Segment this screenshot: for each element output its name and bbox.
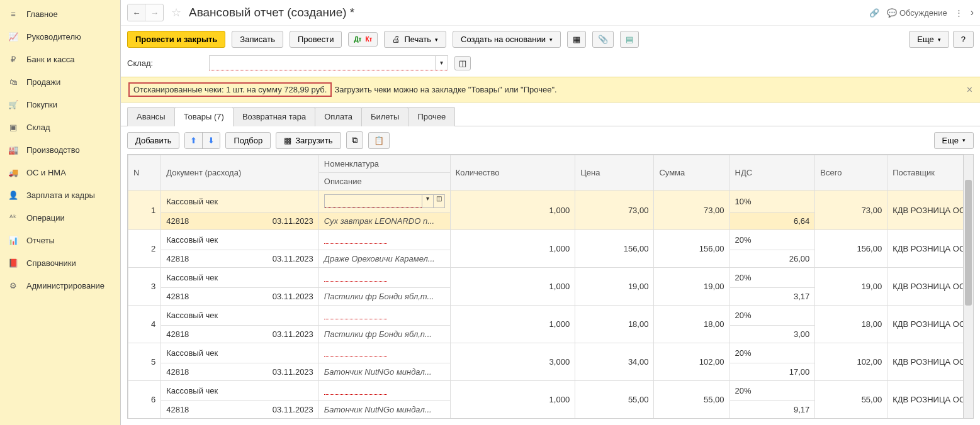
sidebar-item-chart[interactable]: 📈Руководителю [0, 25, 120, 48]
cell-sum[interactable]: 55,00 [654, 381, 729, 419]
more-menu-icon[interactable]: ⋮ [955, 8, 963, 18]
structure-button[interactable]: ▦ [567, 31, 586, 48]
th-supplier[interactable]: Поставщик [887, 155, 973, 190]
nav-forward-button[interactable]: → [145, 4, 163, 21]
scrollbar-thumb[interactable] [965, 180, 972, 306]
table-row[interactable]: 5Кассовый чек3,00034,00102,0020%102,00КД… [128, 343, 973, 363]
cell-price[interactable]: 55,00 [575, 381, 654, 419]
discuss-button[interactable]: 💬 Обсуждение [887, 8, 947, 18]
pick-button[interactable]: Подбор [225, 132, 271, 149]
th-doc[interactable]: Документ (расхода) [161, 155, 319, 190]
cell-desc[interactable]: Пастилки фр Бонди ябл,т... [318, 288, 450, 306]
th-nomen[interactable]: Номенклатура [318, 155, 450, 173]
move-up-button[interactable]: ⬆ [185, 133, 202, 148]
add-button[interactable]: Добавить [127, 132, 179, 149]
cell-qty[interactable]: 3,000 [450, 343, 575, 381]
nomen-placeholder[interactable] [324, 272, 387, 282]
sidebar-item-gear[interactable]: ⚙Администрирование [0, 274, 120, 297]
cell-vatsum[interactable]: 3,00 [729, 326, 815, 343]
cell-price[interactable]: 19,00 [575, 268, 654, 306]
cell-sum[interactable]: 156,00 [654, 230, 729, 268]
table-row[interactable]: 3Кассовый чек1,00019,0019,0020%19,00КДВ … [128, 268, 973, 288]
more-button[interactable]: Еще ▾ [909, 31, 949, 48]
warehouse-input[interactable]: ▾ [209, 55, 448, 70]
sidebar-item-person[interactable]: 👤Зарплата и кадры [0, 184, 120, 206]
cell-vatsum[interactable]: 6,64 [729, 213, 815, 230]
cell-vatsum[interactable]: 3,17 [729, 288, 815, 306]
table-row[interactable]: 6Кассовый чек1,00055,0055,0020%55,00КДВ … [128, 381, 973, 401]
sidebar-item-bag[interactable]: 🛍Продажи [0, 70, 120, 93]
cell-supplier[interactable]: КДВ РОЗНИЦА ОС [887, 190, 973, 230]
sidebar-item-menu[interactable]: ≡Главное [0, 3, 120, 25]
cell-docnum[interactable]: 4281803.11.2023 [161, 363, 319, 381]
cell-price[interactable]: 18,00 [575, 306, 654, 343]
tab-билеты[interactable]: Билеты [361, 107, 408, 126]
sidebar-item-book[interactable]: 📕Справочники [0, 251, 120, 274]
cell-vatsum[interactable]: 9,17 [729, 401, 815, 419]
nomen-placeholder[interactable] [324, 309, 387, 319]
cell-price[interactable]: 73,00 [575, 190, 654, 230]
nomen-placeholder[interactable] [324, 347, 387, 357]
table-row[interactable]: 4Кассовый чек1,00018,0018,0020%18,00КДВ … [128, 306, 973, 326]
tab-прочее[interactable]: Прочее [408, 107, 455, 126]
sidebar-item-dtkt[interactable]: ᴬᵏОперации [0, 206, 120, 229]
cell-vat[interactable]: 20% [729, 343, 815, 363]
cell-sum[interactable]: 102,00 [654, 343, 729, 381]
cell-total[interactable]: 102,00 [815, 343, 887, 381]
cell-sum[interactable]: 18,00 [654, 306, 729, 343]
cell-qty[interactable]: 1,000 [450, 306, 575, 343]
cell-docnum[interactable]: 4281803.11.2023 [161, 288, 319, 306]
cell-qty[interactable]: 1,000 [450, 268, 575, 306]
sidebar-item-ruble[interactable]: ₽Банк и касса [0, 48, 120, 70]
copy-button[interactable]: ⧉ [346, 131, 363, 149]
close-icon[interactable]: › [971, 7, 974, 18]
th-qty[interactable]: Количество [450, 155, 575, 190]
th-desc[interactable]: Описание [318, 173, 450, 190]
cell-vat[interactable]: 20% [729, 230, 815, 250]
cell-desc[interactable]: Батончик NutNGo миндал... [318, 401, 450, 419]
table-more-button[interactable]: Еще ▾ [934, 132, 974, 149]
cell-supplier[interactable]: КДВ РОЗНИЦА ОС [887, 230, 973, 268]
chevron-down-icon[interactable]: ▾ [422, 195, 433, 207]
print-button[interactable]: 🖨 Печать ▾ [384, 31, 446, 48]
sidebar-item-factory[interactable]: 🏭Производство [0, 138, 120, 161]
cell-total[interactable]: 19,00 [815, 268, 887, 306]
banner-close-icon[interactable]: × [967, 84, 972, 96]
cell-desc[interactable]: Пастилки фр Бонди ябл,п... [318, 326, 450, 343]
cell-doc[interactable]: Кассовый чек [161, 343, 319, 363]
tab-товары7[interactable]: Товары (7) [174, 107, 234, 126]
cell-qty[interactable]: 1,000 [450, 230, 575, 268]
dtkt-button[interactable]: ДтКт [348, 32, 378, 47]
cell-price[interactable]: 34,00 [575, 343, 654, 381]
cell-desc[interactable]: Сух завтрак LEONARDO п... [318, 213, 450, 230]
tab-возвратнаятара[interactable]: Возвратная тара [233, 107, 315, 126]
tab-авансы[interactable]: Авансы [127, 107, 175, 126]
cell-nomen[interactable]: ▾◫ [318, 190, 450, 213]
cell-docnum[interactable]: 4281803.11.2023 [161, 401, 319, 419]
cell-vat[interactable]: 20% [729, 306, 815, 326]
cell-docnum[interactable]: 4281803.11.2023 [161, 213, 319, 230]
cell-doc[interactable]: Кассовый чек [161, 268, 319, 288]
th-n[interactable]: N [128, 155, 161, 190]
help-button[interactable]: ? [953, 31, 974, 48]
cell-doc[interactable]: Кассовый чек [161, 306, 319, 326]
favorite-star-icon[interactable]: ☆ [171, 6, 181, 19]
cell-docnum[interactable]: 4281803.11.2023 [161, 250, 319, 268]
attach-button[interactable]: 📎 [592, 31, 614, 48]
cell-vat[interactable]: 20% [729, 268, 815, 288]
sidebar-item-cart[interactable]: 🛒Покупки [0, 93, 120, 116]
cell-supplier[interactable]: КДВ РОЗНИЦА ОС [887, 343, 973, 381]
cell-doc[interactable]: Кассовый чек [161, 381, 319, 401]
cell-vat[interactable]: 20% [729, 381, 815, 401]
cell-total[interactable]: 156,00 [815, 230, 887, 268]
table-row[interactable]: 1Кассовый чек▾◫1,00073,0073,0010%73,00КД… [128, 190, 973, 213]
post-close-button[interactable]: Провести и закрыть [127, 31, 225, 48]
cell-total[interactable]: 18,00 [815, 306, 887, 343]
sidebar-item-boxes[interactable]: ▣Склад [0, 116, 120, 138]
move-down-button[interactable]: ⬇ [202, 133, 220, 148]
link-icon[interactable]: 🔗 [869, 8, 879, 18]
sidebar-item-bars[interactable]: 📊Отчеты [0, 229, 120, 251]
nav-back-button[interactable]: ← [128, 4, 145, 21]
post-button[interactable]: Провести [290, 31, 342, 48]
nomen-placeholder[interactable] [324, 234, 387, 244]
